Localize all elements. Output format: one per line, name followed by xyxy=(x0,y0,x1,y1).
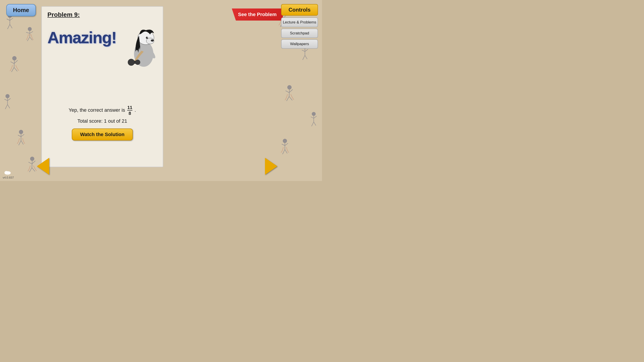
svg-line-3 xyxy=(10,18,13,20)
svg-line-16 xyxy=(12,67,14,72)
svg-line-39 xyxy=(314,116,317,118)
svg-line-62 xyxy=(28,162,32,164)
svg-line-64 xyxy=(29,168,32,172)
svg-point-30 xyxy=(288,85,291,89)
content-area: Amazing! xyxy=(48,22,157,141)
problem-title: Problem 9: xyxy=(48,11,157,18)
wallpapers-label: Wallpapers xyxy=(290,42,309,46)
svg-line-2 xyxy=(7,19,10,20)
svg-line-63 xyxy=(32,161,35,164)
controls-panel: Controls Lecture & Problems Scratchpad W… xyxy=(281,4,318,50)
lecture-problems-label: Lecture & Problems xyxy=(283,20,316,24)
svg-line-51 xyxy=(21,134,24,137)
svg-line-59 xyxy=(8,105,10,108)
see-problem-label: See the Problem xyxy=(238,12,276,17)
svg-point-6 xyxy=(28,27,32,31)
svg-point-36 xyxy=(312,112,316,116)
home-button[interactable]: Home xyxy=(6,4,36,16)
lecture-problems-button[interactable]: Lecture & Problems xyxy=(281,17,318,27)
svg-line-40 xyxy=(312,122,314,126)
svg-line-38 xyxy=(311,117,314,118)
fraction-denominator: 8 xyxy=(127,111,132,116)
answer-fraction: 11 8 xyxy=(127,105,132,116)
svg-line-15 xyxy=(14,60,18,63)
svg-line-5 xyxy=(10,24,12,28)
svg-line-61 xyxy=(32,161,32,168)
svg-line-29 xyxy=(305,55,307,59)
version-number: v4.0.837 xyxy=(3,176,14,179)
svg-line-11 xyxy=(30,37,32,40)
answer-prefix: Yep, the correct answer is xyxy=(69,107,125,113)
left-arrow-icon xyxy=(37,158,49,175)
nav-previous-button[interactable] xyxy=(37,158,49,175)
svg-line-14 xyxy=(10,62,14,64)
svg-line-4 xyxy=(8,24,10,29)
svg-line-44 xyxy=(282,144,285,146)
total-score: Total score: 1 out of 21 xyxy=(48,118,157,124)
scratchpad-label: Scratchpad xyxy=(290,31,309,35)
main-panel: Problem 9: Amazing! xyxy=(41,6,163,167)
correct-answer-line: Yep, the correct answer is 11 8 . xyxy=(48,105,157,116)
svg-point-71 xyxy=(147,37,148,37)
dog-illustration xyxy=(119,19,164,77)
svg-line-8 xyxy=(26,32,30,33)
home-button-label: Home xyxy=(13,7,29,13)
svg-point-77 xyxy=(8,171,10,174)
watch-solution-label: Watch the Solution xyxy=(80,132,124,137)
svg-line-65 xyxy=(32,168,35,171)
svg-point-54 xyxy=(6,94,9,98)
svg-point-42 xyxy=(283,139,287,143)
see-problem-banner[interactable]: See the Problem xyxy=(232,8,283,20)
svg-line-52 xyxy=(19,141,21,145)
svg-line-17 xyxy=(14,67,17,71)
svg-point-48 xyxy=(19,130,23,134)
svg-point-70 xyxy=(146,37,148,39)
svg-point-69 xyxy=(151,39,154,42)
svg-line-56 xyxy=(4,99,8,101)
dog-lifting-svg xyxy=(119,19,164,77)
cloud-svg xyxy=(4,170,11,175)
svg-line-35 xyxy=(289,96,292,100)
svg-line-26 xyxy=(302,50,305,52)
fraction-numerator: 11 xyxy=(127,105,132,111)
svg-line-57 xyxy=(8,98,11,100)
svg-line-32 xyxy=(286,91,289,93)
svg-line-41 xyxy=(314,122,316,126)
svg-point-74 xyxy=(135,60,140,65)
svg-line-9 xyxy=(30,31,33,33)
svg-line-10 xyxy=(27,37,30,41)
svg-point-12 xyxy=(12,56,16,60)
wallpapers-button[interactable]: Wallpapers xyxy=(281,39,318,49)
controls-main-button[interactable]: Controls xyxy=(281,4,318,16)
answer-section: Yep, the correct answer is 11 8 . Total … xyxy=(48,105,157,141)
answer-period: . xyxy=(134,107,136,113)
svg-line-45 xyxy=(285,143,288,146)
version-label: v4.0.837 xyxy=(3,176,14,179)
cloud-icon xyxy=(4,170,11,176)
svg-line-58 xyxy=(5,105,8,109)
svg-line-28 xyxy=(302,55,305,60)
svg-line-33 xyxy=(289,89,293,92)
svg-line-50 xyxy=(18,135,21,137)
nav-next-button[interactable] xyxy=(265,158,277,175)
svg-point-73 xyxy=(128,59,134,66)
svg-line-47 xyxy=(285,149,287,153)
watch-solution-button[interactable]: Watch the Solution xyxy=(72,128,132,141)
right-arrow-icon xyxy=(265,158,277,175)
svg-line-46 xyxy=(283,149,285,154)
svg-line-34 xyxy=(286,96,289,101)
svg-line-53 xyxy=(21,141,24,145)
scratchpad-button[interactable]: Scratchpad xyxy=(281,28,318,38)
amazing-text: Amazing! xyxy=(48,28,116,47)
controls-main-label: Controls xyxy=(288,7,310,13)
svg-point-60 xyxy=(30,157,34,161)
svg-line-13 xyxy=(14,60,14,67)
